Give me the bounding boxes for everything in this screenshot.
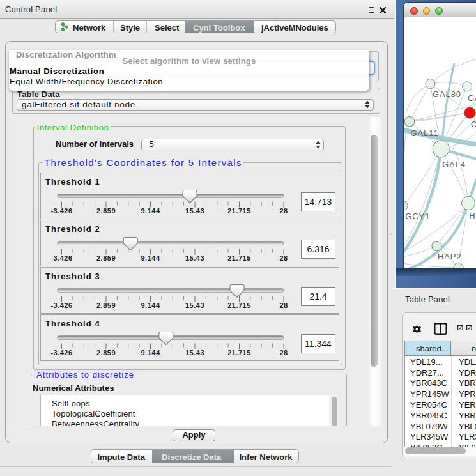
svg-text:28: 28	[279, 302, 288, 309]
svg-text:-3.426: -3.426	[50, 254, 72, 262]
svg-text:15.43: 15.43	[185, 302, 204, 309]
svg-text:21.715: 21.715	[227, 349, 251, 357]
svg-text:GA: GA	[468, 93, 476, 103]
svg-text:21.715: 21.715	[227, 207, 251, 215]
svg-text:GCY1: GCY1	[405, 211, 430, 221]
svg-text:9.144: 9.144	[141, 349, 160, 357]
svg-text:HAP2: HAP2	[438, 252, 462, 261]
svg-text:15.43: 15.43	[185, 207, 204, 215]
svg-text:Threshold 1: Threshold 1	[45, 177, 100, 187]
svg-text:-3.426: -3.426	[50, 207, 72, 215]
svg-text:GAL4: GAL4	[442, 160, 466, 169]
svg-text:28: 28	[279, 349, 288, 357]
svg-text:9.144: 9.144	[141, 254, 160, 262]
svg-text:28: 28	[279, 207, 288, 215]
svg-text:C: C	[471, 119, 476, 129]
svg-text:2.859: 2.859	[96, 254, 115, 262]
svg-text:21.715: 21.715	[227, 302, 251, 309]
svg-text:Threshold 4: Threshold 4	[45, 319, 100, 328]
svg-text:2.859: 2.859	[96, 302, 115, 309]
svg-text:9.144: 9.144	[141, 207, 160, 215]
svg-text:21.715: 21.715	[227, 254, 251, 262]
svg-text:H: H	[469, 211, 475, 220]
svg-text:2.859: 2.859	[96, 207, 115, 215]
svg-text:9.144: 9.144	[141, 302, 160, 309]
svg-text:GAL80: GAL80	[433, 89, 461, 99]
svg-text:-3.426: -3.426	[50, 302, 72, 309]
svg-text:GAL11: GAL11	[411, 128, 439, 138]
svg-text:Threshold 2: Threshold 2	[45, 224, 100, 234]
svg-text:2.859: 2.859	[96, 349, 115, 357]
svg-text:15.43: 15.43	[185, 349, 204, 357]
svg-text:15.43: 15.43	[185, 254, 204, 262]
svg-text:-3.426: -3.426	[50, 349, 72, 357]
svg-text:28: 28	[279, 254, 288, 262]
svg-text:Threshold 3: Threshold 3	[45, 272, 100, 281]
